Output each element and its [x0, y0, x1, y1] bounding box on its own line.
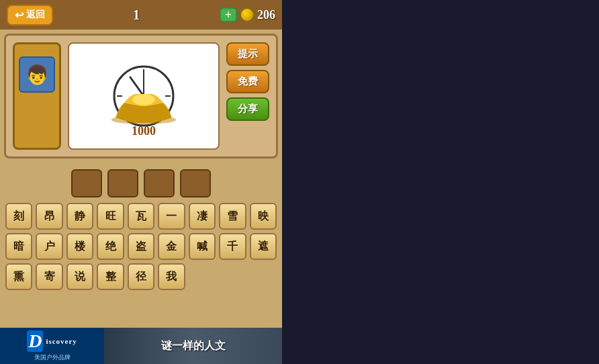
back-arrow-icon: ↩	[15, 9, 24, 21]
char-btn-3[interactable]: 旺	[97, 203, 124, 230]
hint-button[interactable]: 提示	[226, 42, 269, 66]
discovery-subtitle: 美国户外品牌	[34, 353, 71, 362]
puzzle-image: 1000	[68, 42, 220, 150]
char-grid: 刻昂静旺瓦一凄雪映暗户楼绝盗金喊千遮熏寄说整径我	[0, 203, 282, 295]
answer-slot-2[interactable]	[107, 169, 138, 197]
character-title: 学童	[30, 48, 44, 54]
add-coins-button[interactable]: +	[220, 7, 237, 22]
char-btn-4[interactable]: 瓦	[128, 203, 154, 230]
score-display: 206	[257, 8, 275, 22]
char-btn-9[interactable]: 暗	[5, 233, 32, 260]
main-area: 学童 👦	[4, 34, 278, 158]
svg-point-9	[132, 94, 154, 105]
gold-ingot-area: 1000	[103, 91, 184, 138]
char-btn-1[interactable]: 昂	[36, 203, 62, 230]
answer-area	[0, 163, 282, 203]
char-btn-14[interactable]: 金	[158, 233, 185, 260]
back-label: 返回	[26, 9, 45, 21]
score-area: + 206	[220, 7, 275, 22]
char-btn-0[interactable]: 刻	[5, 203, 32, 230]
discovery-d-icon: D	[27, 330, 43, 352]
char-btn-8[interactable]: 映	[250, 203, 277, 230]
char-btn-15[interactable]: 喊	[189, 233, 216, 260]
char-btn-6[interactable]: 凄	[189, 203, 216, 230]
char-btn-7[interactable]: 雪	[219, 203, 246, 230]
back-button[interactable]: ↩ 返回	[7, 5, 53, 26]
avatar-emoji: 👦	[26, 64, 49, 86]
answer-slot-1[interactable]	[71, 169, 102, 197]
char-btn-10[interactable]: 户	[36, 233, 62, 260]
char-btn-16[interactable]: 千	[219, 233, 246, 260]
char-btn-11[interactable]: 楼	[66, 233, 93, 260]
char-btn-13[interactable]: 盗	[128, 233, 154, 260]
free-button[interactable]: 免费	[226, 70, 269, 93]
coin-icon	[240, 7, 255, 22]
level-number: 1	[133, 7, 140, 23]
char-btn-22[interactable]: 径	[128, 263, 154, 290]
char-btn-2[interactable]: 静	[66, 203, 93, 230]
char-btn-18[interactable]: 熏	[5, 263, 32, 290]
ad-image-area: 谜一样的人文	[104, 328, 282, 364]
ad-text: 谜一样的人文	[161, 339, 226, 353]
char-btn-19[interactable]: 寄	[36, 263, 62, 290]
character-panel: 学童 👦	[13, 42, 61, 150]
char-btn-12[interactable]: 绝	[97, 233, 124, 260]
char-btn-21[interactable]: 整	[97, 263, 124, 290]
char-btn-23[interactable]: 我	[158, 263, 185, 290]
gold-ingot-icon	[103, 91, 184, 124]
answer-slot-3[interactable]	[144, 169, 175, 197]
gold-amount: 1000	[132, 124, 156, 138]
char-btn-20[interactable]: 说	[66, 263, 93, 290]
buttons-panel: 提示 免费 分享	[226, 42, 269, 150]
ad-banner[interactable]: D iscovery 美国户外品牌 谜一样的人文	[0, 328, 282, 364]
character-avatar: 👦	[19, 56, 55, 93]
char-btn-5[interactable]: 一	[158, 203, 185, 230]
share-button[interactable]: 分享	[226, 97, 269, 121]
ad-logo-area: D iscovery 美国户外品牌	[0, 328, 104, 364]
char-btn-17[interactable]: 遮	[250, 233, 277, 260]
discovery-text: iscovery	[46, 337, 77, 345]
top-bar: ↩ 返回 1 + 206	[0, 0, 282, 30]
answer-slot-4[interactable]	[180, 169, 211, 197]
game-container: ↩ 返回 1 + 206 学童 👦	[0, 0, 282, 364]
discovery-logo: D iscovery	[27, 330, 77, 352]
